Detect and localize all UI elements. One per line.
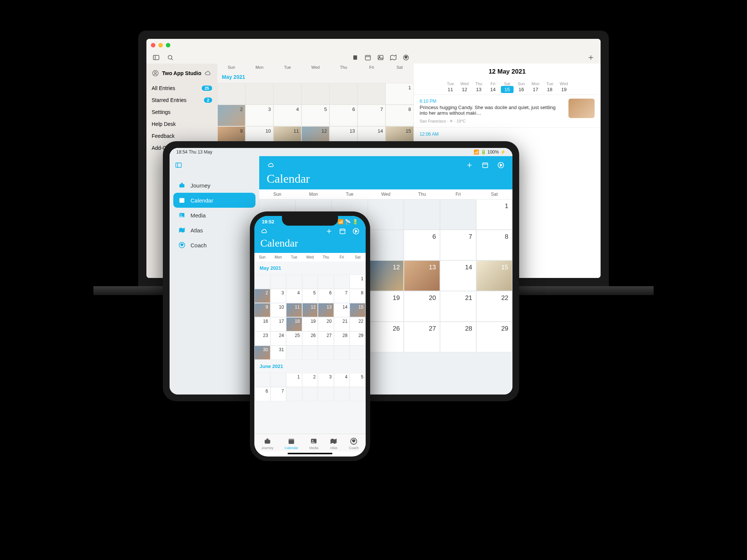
calendar-cell[interactable]: 1 xyxy=(286,373,302,387)
sidebar-item-coach[interactable]: Coach xyxy=(173,238,255,253)
add-icon[interactable] xyxy=(587,54,595,61)
calendar-cell[interactable]: 31 xyxy=(270,346,286,360)
search-icon[interactable] xyxy=(167,54,174,61)
calendar-cell[interactable]: 2 xyxy=(217,105,245,126)
calendar-cell[interactable]: 24 xyxy=(270,331,286,346)
sidebar-item-calendar[interactable]: Calendar xyxy=(173,193,255,208)
sidebar-toggle-icon[interactable] xyxy=(152,54,160,61)
calendar-cell[interactable]: 22 xyxy=(350,317,366,331)
heart-icon[interactable] xyxy=(402,54,410,61)
day-pill[interactable]: Mon17 xyxy=(529,81,542,93)
calendar-cell[interactable]: 11 xyxy=(286,303,302,317)
day-pill[interactable]: Tue11 xyxy=(444,81,457,93)
calendar-cell[interactable]: 1 xyxy=(476,199,512,230)
day-pill[interactable]: Wed19 xyxy=(558,81,570,93)
calendar-cell[interactable]: 2 xyxy=(254,289,270,303)
map-icon[interactable] xyxy=(390,54,397,61)
sidebar-item-journey[interactable]: Journey xyxy=(173,178,255,193)
sidebar-item-media[interactable]: Media xyxy=(173,208,255,223)
calendar-cell[interactable]: 19 xyxy=(302,317,318,331)
calendar-cell[interactable]: 8 xyxy=(476,230,512,260)
tab-calendar[interactable]: Calendar xyxy=(285,437,298,450)
journal-icon[interactable] xyxy=(351,54,359,61)
calendar-cell[interactable]: 26 xyxy=(368,322,404,352)
day-pill[interactable]: Thu13 xyxy=(472,81,485,93)
calendar-icon[interactable] xyxy=(364,54,372,61)
add-icon[interactable] xyxy=(465,161,474,169)
calendar-cell[interactable]: 28 xyxy=(440,322,476,352)
calendar-cell[interactable]: 5 xyxy=(350,373,366,387)
calendar-cell[interactable]: 1 xyxy=(350,275,366,289)
cloud-icon[interactable] xyxy=(260,228,269,235)
home-indicator[interactable] xyxy=(288,453,332,454)
calendar-cell[interactable]: 19 xyxy=(368,291,404,322)
calendar-cell[interactable]: 7 xyxy=(357,105,385,126)
calendar-cell[interactable]: 7 xyxy=(334,289,350,303)
calendar-cell[interactable]: 5 xyxy=(301,105,329,126)
cloud-icon[interactable] xyxy=(267,161,276,169)
day-pill[interactable]: Tue18 xyxy=(543,81,556,93)
calendar-cell[interactable]: 16 xyxy=(254,317,270,331)
calendar-cell[interactable]: 14 xyxy=(334,303,350,317)
calendar-cell[interactable]: 29 xyxy=(350,331,366,346)
calendar-cell[interactable]: 6 xyxy=(254,387,270,401)
tab-atlas[interactable]: Atlas xyxy=(329,437,338,450)
calendar-cell[interactable]: 27 xyxy=(318,331,334,346)
sidebar-item[interactable]: Settings xyxy=(146,106,217,118)
minimize-icon[interactable] xyxy=(158,43,163,47)
sidebar-item[interactable]: All Entries25 xyxy=(146,82,217,94)
journal-entry[interactable]: 12:06 AM xyxy=(414,127,601,137)
day-pill[interactable]: Sun16 xyxy=(515,81,528,93)
calendar-cell[interactable]: 25 xyxy=(286,331,302,346)
sidebar-toggle-icon[interactable] xyxy=(175,161,182,169)
calendar-cell[interactable]: 30 xyxy=(254,346,270,360)
calendar-cell[interactable]: 7 xyxy=(440,230,476,260)
calendar-cell[interactable]: 28 xyxy=(334,331,350,346)
journal-entry[interactable]: 6:10 PM Princess hugging Candy. She was … xyxy=(414,95,601,127)
calendar-cell[interactable]: 1 xyxy=(385,83,413,105)
calendar-cell[interactable]: 3 xyxy=(245,105,273,126)
calendar-cell[interactable]: 3 xyxy=(318,373,334,387)
calendar-cell[interactable]: 29 xyxy=(476,322,512,352)
play-icon[interactable] xyxy=(352,228,360,235)
calendar-cell[interactable]: 8 xyxy=(385,105,413,126)
play-icon[interactable] xyxy=(497,161,505,169)
maximize-icon[interactable] xyxy=(166,43,170,47)
add-icon[interactable] xyxy=(325,228,333,235)
calendar-cell[interactable]: 26 xyxy=(302,331,318,346)
calendar-cell[interactable]: 13 xyxy=(318,303,334,317)
calendar-cell[interactable]: 13 xyxy=(404,260,440,291)
calendar-cell[interactable]: 7 xyxy=(270,387,286,401)
calendar-cell[interactable]: 6 xyxy=(404,230,440,260)
calendar-cell[interactable]: 15 xyxy=(350,303,366,317)
calendar-cell[interactable]: 2 xyxy=(302,373,318,387)
calendar-cell[interactable]: 15 xyxy=(476,260,512,291)
sidebar-item-atlas[interactable]: Atlas xyxy=(173,223,255,238)
sidebar-item[interactable]: Help Desk xyxy=(146,118,217,130)
calendar-cell[interactable]: 10 xyxy=(270,303,286,317)
calendar-cell[interactable]: 6 xyxy=(318,289,334,303)
today-icon[interactable] xyxy=(481,161,489,169)
calendar-cell[interactable]: 4 xyxy=(334,373,350,387)
calendar-cell[interactable]: 5 xyxy=(302,289,318,303)
calendar-cell[interactable]: 12 xyxy=(368,260,404,291)
calendar-cell[interactable]: 22 xyxy=(476,291,512,322)
calendar-cell[interactable]: 12 xyxy=(302,303,318,317)
calendar-cell[interactable]: 23 xyxy=(254,331,270,346)
calendar-cell[interactable]: 21 xyxy=(334,317,350,331)
sidebar-item[interactable]: Starred Entries2 xyxy=(146,94,217,106)
tab-media[interactable]: Media xyxy=(309,437,319,450)
day-pill[interactable]: Fri14 xyxy=(487,81,499,93)
calendar-cell[interactable]: 20 xyxy=(318,317,334,331)
today-icon[interactable] xyxy=(339,228,346,235)
sidebar-item[interactable]: Feedback xyxy=(146,130,217,142)
traffic-lights[interactable] xyxy=(151,43,170,47)
calendar-cell[interactable]: 14 xyxy=(440,260,476,291)
day-pill[interactable]: Sat15 xyxy=(501,81,514,93)
media-icon[interactable] xyxy=(377,54,384,61)
close-icon[interactable] xyxy=(151,43,155,47)
user-account[interactable]: Two App Studio xyxy=(146,67,217,82)
calendar-cell[interactable]: 4 xyxy=(286,289,302,303)
calendar-cell[interactable]: 17 xyxy=(270,317,286,331)
tab-journey[interactable]: Journey xyxy=(261,437,273,450)
